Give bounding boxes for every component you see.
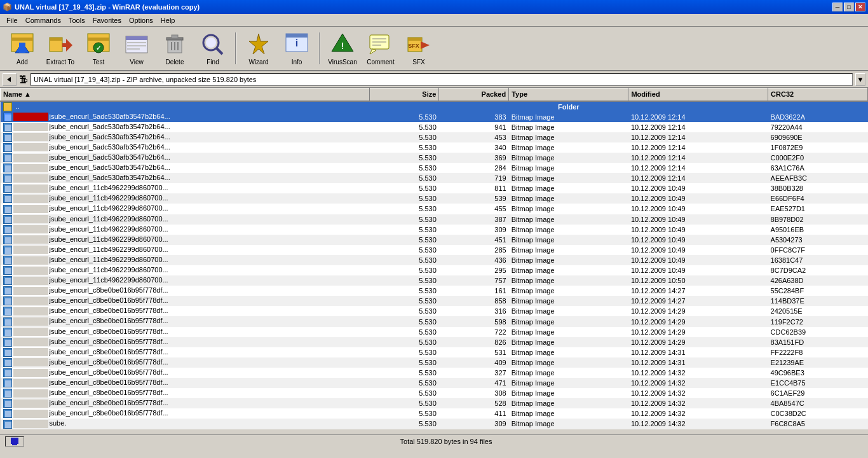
svg-marker-41: [7, 77, 11, 82]
file-packed: 858: [439, 296, 509, 306]
file-modified: 10.12.2009 14:32: [628, 398, 768, 408]
col-header-packed[interactable]: Packed: [439, 88, 509, 101]
table-row[interactable]: jsube_encurl_5adc530afb3547b2b64... 5.53…: [1, 173, 868, 183]
table-row[interactable]: jsube_encurl_c8be0be016b95f778df... 5.53…: [1, 357, 868, 368]
back-button[interactable]: [3, 73, 17, 86]
table-row[interactable]: jsube_encurl_11cb4962299d860700... 5.530…: [1, 255, 868, 265]
sfx-button[interactable]: SFX SFX: [400, 29, 437, 67]
virusscan-button[interactable]: ! VirusScan: [324, 29, 361, 67]
table-row[interactable]: jsube_encurl_11cb4962299d860700... 5.530…: [1, 214, 868, 225]
file-packed: 285: [439, 245, 509, 255]
file-crc32: C0C38D2C: [768, 408, 868, 419]
svg-rect-14: [127, 42, 146, 43]
table-row[interactable]: jsube_encurl_11cb4962299d860700... 5.530…: [1, 275, 868, 286]
file-type: Bitmap Image: [509, 122, 628, 132]
menu-commands[interactable]: Commands: [22, 15, 65, 25]
view-button[interactable]: View: [118, 29, 155, 67]
file-modified: 10.12.2009 12:14: [628, 122, 768, 132]
table-row[interactable]: jsube_encurl_11cb4962299d860700... 5.530…: [1, 204, 868, 214]
info-button[interactable]: i Info: [278, 29, 315, 67]
menu-options[interactable]: Options: [125, 15, 157, 25]
file-size: 5.530: [369, 112, 439, 122]
table-row[interactable]: jsube_encurl_c8be0be016b95f778df... 5.53…: [1, 368, 868, 378]
table-row[interactable]: jsube_encurl_11cb4962299d860700... 5.530…: [1, 235, 868, 245]
file-type: Bitmap Image: [509, 153, 628, 163]
table-row[interactable]: jsube_encurl_c8be0be016b95f778df... 5.53…: [1, 306, 868, 316]
table-row[interactable]: jsube_encurl_5adc530afb3547b2b64... 5.53…: [1, 163, 868, 173]
file-name: jsube_encurl_c8be0be016b95f778df...: [1, 296, 370, 306]
svg-point-24: [206, 38, 216, 48]
view-icon: [124, 32, 149, 57]
table-row[interactable]: jsube_encurl_5adc530afb3547b2b64... 5.53…: [1, 132, 868, 142]
table-scroll-area[interactable]: Name ▲ Size Packed Type Modified: [0, 88, 868, 434]
menu-file[interactable]: File: [3, 15, 22, 25]
wizard-button[interactable]: Wizard: [240, 29, 277, 67]
table-row[interactable]: jsube_encurl_11cb4962299d860700... 5.530…: [1, 265, 868, 275]
table-row[interactable]: jsube_encurl_c8be0be016b95f778df... 5.53…: [1, 286, 868, 296]
table-row[interactable]: jsube_encurl_c8be0be016b95f778df... 5.53…: [1, 408, 868, 419]
table-row[interactable]: sube. 5.530 309 Bitmap Image 10.12.2009 …: [1, 419, 868, 429]
table-row[interactable]: jsube_encurl_11cb4962299d860700... 5.530…: [1, 193, 868, 204]
extract-to-button[interactable]: Extract To: [42, 29, 79, 67]
table-row[interactable]: jsube_encurl_11cb4962299d860700... 5.530…: [1, 225, 868, 235]
svg-marker-39: [421, 41, 430, 49]
file-packed: 316: [439, 306, 509, 316]
svg-rect-38: [408, 38, 422, 41]
file-crc32: BAD3622A: [768, 112, 868, 122]
menu-help[interactable]: Help: [157, 15, 179, 25]
table-row[interactable]: jsube_encurl_c8be0be016b95f778df... 5.53…: [1, 378, 868, 388]
add-label: Add: [17, 59, 28, 66]
table-row[interactable]: jsube_encurl_11cb4962299d860700... 5.530…: [1, 245, 868, 255]
file-name: jsube_encurl_11cb4962299d860700...: [1, 183, 370, 193]
menu-tools[interactable]: Tools: [65, 15, 89, 25]
file-crc32: 79220A44: [768, 122, 868, 132]
file-modified: 10.12.2009 10:49: [628, 245, 768, 255]
col-header-size[interactable]: Size: [369, 88, 439, 101]
comment-button[interactable]: Comment: [362, 29, 399, 67]
file-modified: 10.12.2009 10:49: [628, 214, 768, 225]
delete-button[interactable]: Delete: [156, 29, 193, 67]
table-row[interactable]: jsube_encurl_5adc530afb3547b2b64... 5.53…: [1, 142, 868, 153]
test-button[interactable]: ✓ Test: [80, 29, 117, 67]
maximize-button[interactable]: □: [844, 3, 854, 11]
file-name: jsube_encurl_5adc530afb3547b2b64...: [1, 153, 370, 163]
table-row[interactable]: jsube_encurl_5adc530afb3547b2b64... 5.53…: [1, 122, 868, 132]
table-row[interactable]: jsube_encurl_5adc530afb3547b2b64... 5.53…: [1, 153, 868, 163]
folder-row[interactable]: .. Folder: [1, 101, 868, 112]
file-modified: 10.12.2009 10:50: [628, 275, 768, 286]
table-row[interactable]: jsube_encurl_c8be0be016b95f778df... 5.53…: [1, 316, 868, 326]
sfx-label: SFX: [412, 59, 424, 66]
file-size: 5.530: [369, 193, 439, 204]
path-text: UNAL virtual [17_19_43].zip - ZIP archiv…: [31, 73, 853, 86]
file-modified: 10.12.2009 14:29: [628, 337, 768, 347]
table-row[interactable]: jsube_encurl_c8be0be016b95f778df... 5.53…: [1, 296, 868, 306]
file-name: jsube_encurl_11cb4962299d860700...: [1, 245, 370, 255]
close-button[interactable]: ✕: [855, 3, 865, 11]
table-row[interactable]: jsube_encurl_11cb4962299d860700... 5.530…: [1, 183, 868, 193]
file-size: 5.530: [369, 204, 439, 214]
file-type: Bitmap Image: [509, 142, 628, 153]
file-crc32: 55C284BF: [768, 286, 868, 296]
menu-favorites[interactable]: Favorites: [89, 15, 125, 25]
path-dropdown-button[interactable]: ▼: [855, 73, 865, 86]
col-header-type[interactable]: Type: [509, 88, 628, 101]
minimize-button[interactable]: ─: [832, 3, 843, 11]
find-button[interactable]: Find: [194, 29, 231, 67]
svg-text:!: !: [341, 41, 344, 51]
table-row[interactable]: jsube_encurl_c8be0be016b95f778df... 5.53…: [1, 337, 868, 347]
archive-icon: 🗜: [19, 74, 28, 85]
table-row[interactable]: jsube_encurl_c8be0be016b95f778df... 5.53…: [1, 398, 868, 408]
col-header-modified[interactable]: Modified: [628, 88, 768, 101]
svg-rect-7: [62, 43, 67, 47]
file-name: jsube_encurl_c8be0be016b95f778df...: [1, 388, 370, 398]
table-row[interactable]: jsube_encurl_c8be0be016b95f778df... 5.53…: [1, 327, 868, 337]
table-row[interactable]: jsube_encurl_5adc530afb3547b2b64... 5.53…: [1, 112, 868, 122]
add-button[interactable]: Add: [4, 29, 41, 67]
file-name: jsube_encurl_5adc530afb3547b2b64...: [1, 163, 370, 173]
table-row[interactable]: jsube_encurl_c8be0be016b95f778df... 5.53…: [1, 347, 868, 357]
table-row[interactable]: jsube_encurl_c8be0be016b95f778df... 5.53…: [1, 388, 868, 398]
svg-rect-9: [88, 38, 109, 41]
file-packed: 409: [439, 357, 509, 368]
col-header-crc32[interactable]: CRC32: [768, 88, 868, 101]
col-header-name[interactable]: Name ▲: [1, 88, 370, 101]
